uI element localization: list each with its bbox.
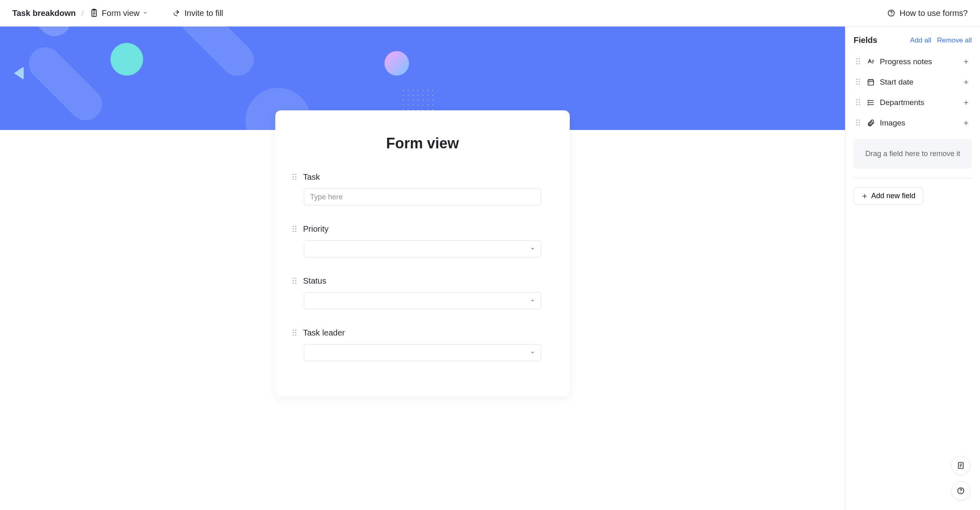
main-area: Form view TaskPriorityStatusTask leader … (0, 27, 980, 510)
add-field-plus[interactable] (963, 120, 969, 126)
share-icon (172, 9, 180, 17)
svg-point-12 (295, 179, 297, 180)
remove-dropzone[interactable]: Drag a field here to remove it (854, 139, 972, 169)
available-field-item[interactable]: Departments (854, 94, 972, 111)
decor-shape (0, 27, 78, 43)
header-bar: Task breakdown / Form view (0, 0, 980, 27)
decor-shape (110, 43, 143, 76)
available-field-item[interactable]: Start date (854, 74, 972, 91)
add-all-link[interactable]: Add all (910, 36, 931, 45)
text-input-field[interactable] (310, 193, 535, 201)
add-field-plus[interactable] (963, 99, 969, 106)
form-card: Form view TaskPriorityStatusTask leader (275, 110, 570, 396)
chevron-down-icon (530, 298, 535, 303)
add-new-field-button[interactable]: Add new field (854, 187, 923, 205)
available-field-name: Images (880, 119, 958, 128)
available-field-item[interactable]: Images (854, 114, 972, 132)
svg-point-31 (856, 58, 858, 60)
sidebar-title: Fields (854, 36, 877, 45)
add-field-plus[interactable] (963, 58, 969, 65)
breadcrumb-root[interactable]: Task breakdown (12, 9, 76, 18)
drag-handle-icon[interactable] (292, 173, 298, 181)
preview-fab[interactable] (951, 456, 970, 475)
help-fab[interactable] (951, 481, 970, 500)
svg-point-60 (856, 104, 858, 105)
help-icon (887, 9, 895, 17)
invite-label: Invite to fill (184, 9, 223, 18)
svg-point-7 (293, 174, 294, 175)
form-field: Task leader (304, 328, 541, 361)
svg-point-20 (295, 277, 297, 279)
form-canvas: Form view TaskPriorityStatusTask leader (0, 27, 845, 510)
svg-point-21 (293, 280, 294, 281)
svg-point-68 (859, 120, 860, 121)
remove-all-link[interactable]: Remove all (937, 36, 972, 45)
view-selector-label: Form view (102, 9, 139, 18)
drag-handle-icon[interactable] (856, 98, 862, 107)
svg-point-9 (293, 176, 294, 177)
drag-handle-icon[interactable] (292, 277, 298, 285)
svg-point-16 (295, 228, 297, 229)
list-icon (867, 98, 875, 107)
view-selector[interactable]: Form view (90, 9, 148, 18)
drag-handle-icon[interactable] (856, 119, 862, 127)
field-label: Task leader (303, 328, 345, 338)
text-input[interactable] (304, 188, 541, 206)
chevron-down-icon (530, 350, 535, 355)
select-input[interactable] (304, 240, 541, 257)
field-label: Task (303, 172, 320, 182)
svg-point-34 (859, 61, 860, 62)
chevron-down-icon (530, 246, 535, 251)
svg-point-28 (295, 332, 297, 333)
drag-handle-icon[interactable] (292, 329, 298, 337)
svg-point-36 (859, 63, 860, 65)
sidebar-links: Add all Remove all (910, 36, 972, 45)
available-field-item[interactable]: Progress notes (854, 53, 972, 70)
svg-point-11 (293, 179, 294, 180)
svg-point-56 (856, 99, 858, 101)
date-icon (867, 78, 875, 86)
svg-point-46 (859, 81, 860, 83)
svg-point-8 (295, 174, 297, 175)
decor-shape (157, 27, 261, 83)
drag-handle-icon[interactable] (856, 58, 862, 66)
svg-point-19 (293, 277, 294, 279)
svg-point-53 (869, 83, 870, 83)
svg-point-69 (856, 122, 858, 123)
select-input[interactable] (304, 344, 541, 361)
svg-point-13 (293, 226, 294, 227)
svg-point-26 (295, 329, 297, 331)
svg-point-57 (859, 99, 860, 101)
available-fields-list: Progress notesStart dateDepartmentsImage… (854, 53, 972, 132)
field-label: Status (303, 276, 326, 286)
svg-point-35 (856, 63, 858, 65)
svg-point-6 (891, 14, 892, 15)
help-icon (957, 487, 965, 495)
select-input[interactable] (304, 292, 541, 309)
svg-point-30 (295, 334, 297, 336)
svg-point-59 (859, 102, 860, 103)
svg-point-14 (295, 226, 297, 227)
document-icon (957, 461, 965, 470)
svg-point-47 (856, 84, 858, 85)
svg-point-22 (295, 280, 297, 281)
svg-point-48 (859, 84, 860, 85)
svg-rect-1 (93, 9, 95, 10)
svg-point-33 (856, 61, 858, 62)
svg-point-45 (856, 81, 858, 83)
drag-handle-icon[interactable] (856, 78, 862, 86)
help-link[interactable]: How to use forms? (887, 9, 968, 18)
svg-point-72 (859, 125, 860, 126)
svg-point-18 (295, 230, 297, 232)
svg-point-23 (293, 282, 294, 284)
svg-point-17 (293, 230, 294, 232)
form-field: Status (304, 276, 541, 309)
available-field-name: Progress notes (880, 57, 958, 66)
invite-to-fill-button[interactable]: Invite to fill (172, 9, 223, 18)
svg-point-24 (295, 282, 297, 284)
svg-point-15 (293, 228, 294, 229)
plus-icon (861, 193, 868, 199)
drag-handle-icon[interactable] (292, 225, 298, 233)
add-field-plus[interactable] (963, 79, 969, 85)
field-label: Priority (303, 224, 328, 234)
